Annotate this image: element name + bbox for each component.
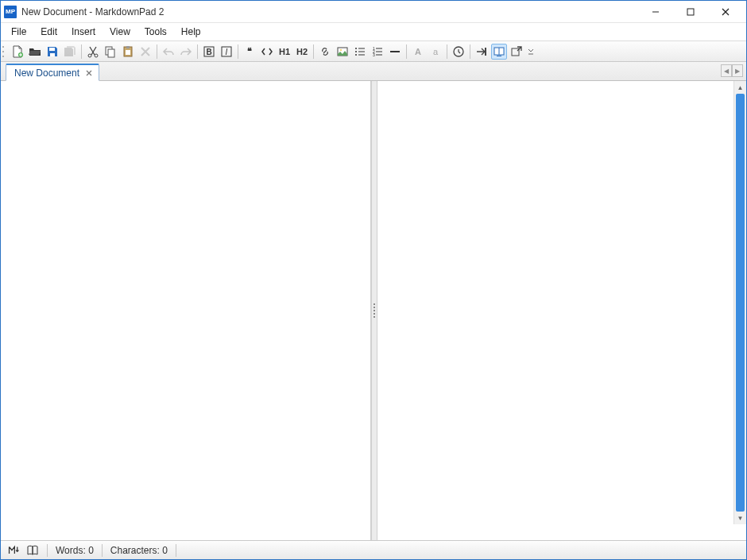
svg-rect-1 bbox=[687, 9, 694, 15]
titlebar: MP New Document - MarkdownPad 2 bbox=[1, 1, 746, 23]
heading1-button[interactable]: H1 bbox=[277, 44, 292, 60]
tabbar: New Document ◀ ▶ bbox=[1, 62, 746, 81]
svg-point-7 bbox=[88, 54, 91, 57]
svg-rect-6 bbox=[50, 53, 55, 56]
maximize-button[interactable] bbox=[673, 2, 708, 22]
separator bbox=[447, 44, 447, 59]
lowercase-button[interactable]: a bbox=[428, 44, 443, 60]
separator bbox=[313, 44, 314, 59]
reading-mode-icon[interactable] bbox=[25, 543, 41, 558]
menu-view[interactable]: View bbox=[103, 24, 137, 40]
window-controls bbox=[638, 2, 743, 22]
menu-file[interactable]: File bbox=[4, 24, 33, 40]
separator bbox=[81, 44, 82, 59]
scroll-down-button[interactable]: ▼ bbox=[734, 512, 746, 524]
quote-icon: ❝ bbox=[247, 46, 252, 56]
cut-button[interactable] bbox=[85, 44, 101, 60]
separator bbox=[406, 44, 407, 59]
menu-help[interactable]: Help bbox=[174, 24, 208, 40]
close-button[interactable] bbox=[708, 2, 743, 22]
uppercase-button[interactable]: A bbox=[410, 44, 426, 60]
svg-point-21 bbox=[355, 51, 357, 52]
tab-scroll-left-button[interactable]: ◀ bbox=[721, 64, 732, 77]
delete-button[interactable] bbox=[137, 44, 153, 60]
toolbar-grip bbox=[2, 44, 7, 59]
markdown-mode-icon[interactable] bbox=[6, 543, 21, 558]
toolbar: B I ❝ H1 H2 123 A a bbox=[1, 41, 746, 62]
uppercase-a-icon: A bbox=[415, 47, 421, 56]
separator bbox=[157, 44, 157, 59]
separator bbox=[197, 44, 198, 59]
chars-value: 0 bbox=[162, 545, 168, 556]
menubar: File Edit Insert View Tools Help bbox=[1, 23, 746, 41]
save-button[interactable] bbox=[45, 44, 60, 60]
quote-button[interactable]: ❝ bbox=[242, 44, 257, 60]
chars-label: Characters: bbox=[110, 545, 160, 556]
heading2-button[interactable]: H2 bbox=[294, 44, 310, 60]
scroll-thumb[interactable] bbox=[736, 94, 745, 512]
ordered-list-button[interactable]: 123 bbox=[370, 44, 385, 60]
status-separator bbox=[176, 544, 176, 557]
svg-point-22 bbox=[355, 54, 357, 56]
paste-button[interactable] bbox=[120, 44, 136, 60]
editor-pane[interactable] bbox=[1, 81, 371, 540]
minimize-button[interactable] bbox=[638, 2, 673, 22]
lowercase-a-icon: a bbox=[433, 47, 438, 56]
pane-splitter[interactable] bbox=[371, 81, 377, 540]
status-separator bbox=[47, 544, 48, 557]
preview-scrollbar[interactable]: ▲ ▼ bbox=[733, 81, 746, 524]
horizontal-rule-button[interactable] bbox=[387, 44, 403, 60]
code-button[interactable] bbox=[259, 44, 275, 60]
statusbar: Words: 0 Characters: 0 bbox=[1, 540, 746, 559]
tab-close-button[interactable] bbox=[84, 68, 94, 78]
app-icon: MP bbox=[4, 6, 17, 18]
svg-rect-13 bbox=[126, 50, 130, 55]
svg-rect-5 bbox=[49, 48, 55, 51]
new-document-button[interactable] bbox=[10, 44, 25, 60]
link-button[interactable] bbox=[317, 44, 333, 60]
word-count: Words: 0 bbox=[52, 545, 97, 556]
svg-text:3: 3 bbox=[373, 52, 375, 57]
open-button[interactable] bbox=[27, 44, 43, 60]
menu-edit[interactable]: Edit bbox=[33, 24, 64, 40]
status-separator bbox=[102, 544, 103, 557]
svg-text:B: B bbox=[206, 48, 211, 56]
words-label: Words: bbox=[56, 545, 86, 556]
character-count: Characters: 0 bbox=[107, 545, 171, 556]
separator bbox=[470, 44, 470, 59]
bold-button[interactable]: B bbox=[201, 44, 217, 60]
menu-tools[interactable]: Tools bbox=[137, 24, 174, 40]
live-preview-button[interactable] bbox=[491, 44, 507, 60]
svg-text:I: I bbox=[226, 48, 228, 56]
undo-button[interactable] bbox=[161, 44, 176, 60]
preview-pane: ▲ ▼ bbox=[377, 81, 747, 540]
svg-rect-34 bbox=[485, 48, 486, 56]
tab-nav-controls: ◀ ▶ bbox=[721, 64, 743, 77]
content-area: ▲ ▼ bbox=[1, 81, 746, 540]
svg-rect-37 bbox=[497, 56, 501, 56]
overflow-button[interactable] bbox=[526, 44, 536, 60]
tab-label: New Document bbox=[14, 68, 79, 79]
svg-point-20 bbox=[355, 48, 357, 49]
svg-rect-12 bbox=[126, 46, 130, 48]
separator bbox=[238, 44, 238, 59]
copy-button[interactable] bbox=[103, 44, 118, 60]
preview-browser-button[interactable] bbox=[474, 44, 490, 60]
export-button[interactable] bbox=[509, 44, 524, 60]
document-tab[interactable]: New Document bbox=[6, 64, 99, 81]
svg-rect-38 bbox=[512, 48, 519, 56]
redo-button[interactable] bbox=[178, 44, 194, 60]
image-button[interactable] bbox=[335, 44, 350, 60]
svg-rect-10 bbox=[108, 49, 114, 57]
timestamp-button[interactable] bbox=[451, 44, 466, 60]
scroll-up-button[interactable]: ▲ bbox=[734, 81, 746, 94]
words-value: 0 bbox=[88, 545, 94, 556]
window-title: New Document - MarkdownPad 2 bbox=[21, 6, 638, 17]
save-all-button[interactable] bbox=[62, 44, 78, 60]
tab-scroll-right-button[interactable]: ▶ bbox=[732, 64, 743, 77]
menu-insert[interactable]: Insert bbox=[64, 24, 103, 40]
italic-button[interactable]: I bbox=[219, 44, 234, 60]
h2-icon: H2 bbox=[296, 47, 308, 56]
svg-point-19 bbox=[340, 49, 342, 51]
unordered-list-button[interactable] bbox=[352, 44, 368, 60]
